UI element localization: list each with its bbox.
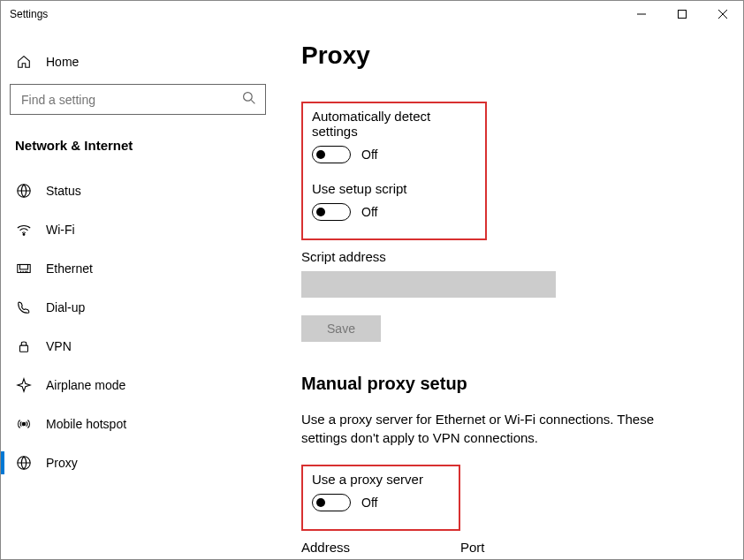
category-label: Network & Internet [10, 131, 266, 170]
auto-detect-state: Off [361, 148, 377, 162]
titlebar: Settings [1, 1, 743, 27]
close-button[interactable] [702, 1, 743, 27]
script-address-input[interactable] [301, 271, 556, 298]
sidebar: Home Network & Internet Status Wi-Fi [1, 27, 275, 559]
setup-script-state: Off [361, 205, 377, 219]
search-input[interactable] [19, 92, 242, 108]
sidebar-item-hotspot[interactable]: Mobile hotspot [10, 405, 266, 443]
sidebar-item-label: Ethernet [46, 261, 93, 276]
search-icon [242, 91, 256, 108]
address-label: Address [301, 540, 443, 555]
svg-rect-8 [18, 265, 30, 273]
save-label: Save [327, 322, 355, 336]
use-proxy-toggle[interactable] [312, 494, 351, 511]
proxy-icon [15, 455, 33, 471]
airplane-icon [15, 377, 33, 393]
svg-point-15 [22, 422, 26, 426]
sidebar-item-label: Airplane mode [46, 378, 125, 392]
use-proxy-label: Use a proxy server [312, 472, 450, 487]
svg-rect-1 [679, 11, 687, 19]
sidebar-item-label: Dial-up [46, 300, 85, 314]
use-proxy-state: Off [361, 496, 377, 510]
sidebar-item-label: VPN [46, 339, 72, 353]
sidebar-item-label: Status [46, 184, 81, 198]
status-icon [15, 183, 33, 199]
setup-script-label: Use setup script [312, 181, 476, 196]
sidebar-item-status[interactable]: Status [10, 172, 266, 209]
window-title: Settings [10, 8, 48, 20]
page-title: Proxy [301, 42, 717, 70]
auto-detect-toggle[interactable] [312, 146, 351, 163]
minimize-button[interactable] [621, 1, 662, 27]
ethernet-icon [15, 261, 33, 276]
sidebar-item-dialup[interactable]: Dial-up [10, 289, 266, 326]
home-label: Home [46, 55, 79, 69]
sidebar-item-label: Mobile hotspot [46, 417, 126, 431]
main-content: Proxy Automatically detect settings Off … [275, 27, 743, 559]
manual-title: Manual proxy setup [301, 374, 717, 394]
sidebar-item-label: Proxy [46, 456, 78, 470]
sidebar-item-ethernet[interactable]: Ethernet [10, 250, 266, 287]
port-label: Port [460, 540, 531, 555]
script-address-label: Script address [301, 249, 717, 264]
svg-rect-9 [20, 265, 28, 269]
auto-detect-label: Automatically detect settings [312, 109, 476, 139]
svg-point-7 [23, 234, 25, 236]
home-icon [15, 54, 33, 70]
sidebar-item-wifi[interactable]: Wi-Fi [10, 211, 266, 248]
sidebar-item-proxy[interactable]: Proxy [10, 444, 266, 481]
svg-rect-14 [20, 345, 28, 352]
sidebar-item-label: Wi-Fi [46, 223, 75, 237]
save-button[interactable]: Save [301, 315, 381, 342]
highlight-box-manual: Use a proxy server Off [301, 465, 460, 531]
svg-point-4 [244, 93, 253, 102]
setup-script-toggle[interactable] [312, 203, 351, 221]
maximize-button[interactable] [662, 1, 702, 27]
home-button[interactable]: Home [10, 45, 266, 79]
hotspot-icon [15, 416, 33, 432]
dialup-icon [15, 299, 33, 315]
vpn-icon [15, 338, 33, 354]
manual-description: Use a proxy server for Ethernet or Wi-Fi… [301, 410, 681, 447]
wifi-icon [15, 222, 33, 238]
sidebar-item-vpn[interactable]: VPN [10, 328, 266, 365]
sidebar-item-airplane[interactable]: Airplane mode [10, 367, 266, 404]
svg-line-5 [251, 100, 254, 103]
search-box[interactable] [10, 84, 266, 115]
highlight-box-auto: Automatically detect settings Off Use se… [301, 102, 487, 240]
